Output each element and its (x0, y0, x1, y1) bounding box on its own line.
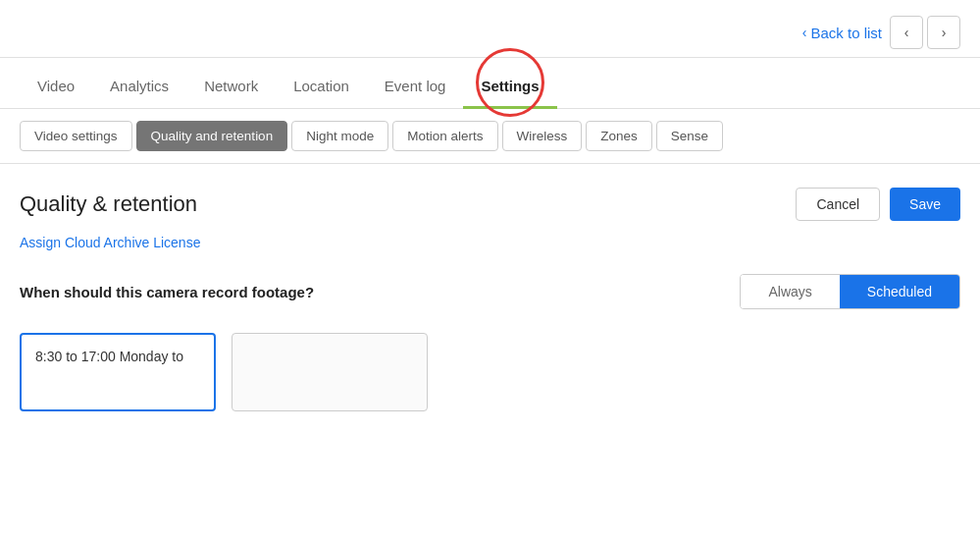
subtab-sense[interactable]: Sense (656, 121, 723, 151)
tab-event-log[interactable]: Event log (367, 66, 464, 109)
chevron-left-icon: ‹ (802, 25, 807, 40)
subtab-quality-retention[interactable]: Quality and retention (136, 121, 288, 151)
nav-prev-button[interactable]: ‹ (890, 16, 923, 49)
schedule-card-primary[interactable]: 8:30 to 17:00 Monday to (20, 333, 216, 411)
toggle-always-button[interactable]: Always (741, 275, 839, 308)
tab-network[interactable]: Network (186, 66, 276, 109)
nav-arrows: ‹ › (890, 16, 960, 49)
back-to-list-label: Back to list (810, 25, 882, 41)
assign-cloud-archive-link[interactable]: Assign Cloud Archive License (20, 235, 960, 250)
settings-tab-wrapper: Settings (463, 66, 556, 108)
nav-next-button[interactable]: › (927, 16, 960, 49)
save-button[interactable]: Save (890, 188, 960, 221)
back-to-list-link[interactable]: ‹ Back to list (802, 25, 882, 41)
record-label: When should this camera record footage? (20, 284, 314, 300)
subtab-wireless[interactable]: Wireless (502, 121, 583, 151)
nav-next-icon: › (942, 25, 947, 40)
page-title: Quality & retention (20, 191, 197, 217)
schedule-card-text: 8:30 to 17:00 Monday to (35, 349, 183, 364)
action-buttons: Cancel Save (796, 188, 960, 221)
schedule-card-empty[interactable] (232, 333, 428, 411)
nav-prev-icon: ‹ (904, 25, 909, 40)
subtab-night-mode[interactable]: Night mode (291, 121, 388, 151)
tab-settings[interactable]: Settings (463, 66, 556, 109)
main-tabs: Video Analytics Network Location Event l… (0, 58, 980, 109)
tab-video[interactable]: Video (20, 66, 92, 109)
subtab-video-settings[interactable]: Video settings (20, 121, 132, 151)
toggle-scheduled-button[interactable]: Scheduled (840, 275, 959, 308)
schedule-area: 8:30 to 17:00 Monday to (20, 333, 960, 411)
record-toggle-group: Always Scheduled (740, 274, 960, 309)
tab-location[interactable]: Location (276, 66, 367, 109)
subtab-zones[interactable]: Zones (586, 121, 652, 151)
tab-analytics[interactable]: Analytics (92, 66, 186, 109)
top-header: ‹ Back to list ‹ › (0, 0, 980, 58)
cancel-button[interactable]: Cancel (796, 188, 880, 221)
sub-tabs: Video settings Quality and retention Nig… (0, 109, 980, 164)
subtab-motion-alerts[interactable]: Motion alerts (392, 121, 497, 151)
record-section: When should this camera record footage? … (20, 274, 960, 309)
content-header: Quality & retention Cancel Save (20, 188, 960, 221)
content-area: Quality & retention Cancel Save Assign C… (0, 164, 980, 435)
